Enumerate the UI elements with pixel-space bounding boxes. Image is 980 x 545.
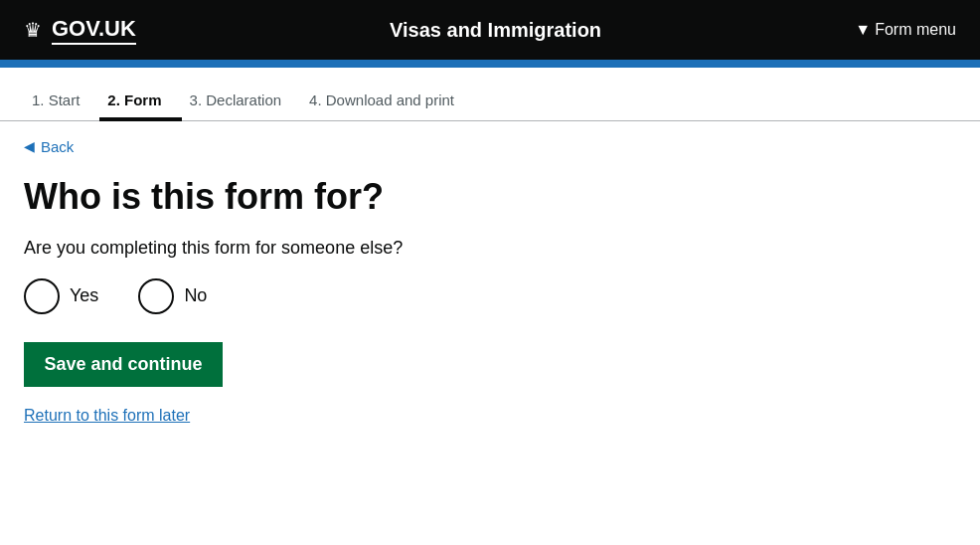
dropdown-icon: ▼ [855,21,871,39]
progress-nav: 1. Start 2. Form 3. Declaration 4. Downl… [0,68,980,121]
back-link[interactable]: ◀ Back [24,138,74,155]
step-form[interactable]: 2. Form [99,84,181,120]
return-link[interactable]: Return to this form later [24,407,956,425]
radio-yes-label[interactable]: Yes [24,278,98,314]
back-label: Back [41,138,74,155]
radio-no-input[interactable] [138,278,174,314]
service-title: Visas and Immigration [390,19,601,42]
menu-label: Form menu [875,21,956,39]
gov-uk-logo[interactable]: ♛ GOV.UK [24,16,136,45]
save-continue-button[interactable]: Save and continue [24,342,223,387]
crown-icon: ♛ [24,18,42,42]
radio-yes-text: Yes [70,285,98,306]
radio-no-label[interactable]: No [138,278,207,314]
site-header: ♛ GOV.UK Visas and Immigration ▼ Form me… [0,0,980,60]
page-heading: Who is this form for? [24,175,956,218]
step-download[interactable]: 4. Download and print [301,84,474,120]
step-start[interactable]: 1. Start [24,84,99,120]
radio-no-text: No [184,285,207,306]
step-declaration[interactable]: 3. Declaration [182,84,302,120]
radio-yes-input[interactable] [24,278,60,314]
blue-accent-bar [0,60,980,68]
form-menu-button[interactable]: ▼ Form menu [855,21,956,39]
question-text: Are you completing this form for someone… [24,238,956,259]
radio-group: Yes No [24,278,956,314]
logo-text: GOV.UK [52,16,136,45]
back-chevron-icon: ◀ [24,138,35,154]
main-content: ◀ Back Who is this form for? Are you com… [0,121,980,449]
